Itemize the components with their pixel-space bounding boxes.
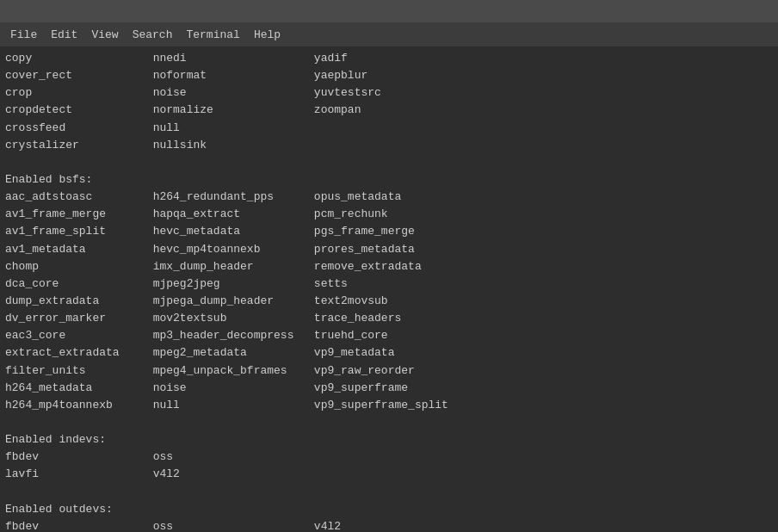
terminal-line: fbdev oss: [5, 448, 773, 466]
blank-line: [5, 154, 773, 171]
terminal-line: av1_metadata hevc_mp4toannexb prores_met…: [5, 241, 773, 258]
terminal-line: Enabled indevs:: [5, 431, 773, 448]
terminal-line: filter_units mpeg4_unpack_bframes vp9_ra…: [5, 362, 773, 380]
terminal-line: h264_mp4toannexb null vp9_superframe_spl…: [5, 397, 773, 414]
terminal-line: Enabled outdevs:: [5, 501, 773, 518]
terminal-line: chomp imx_dump_header remove_extradata: [5, 258, 773, 275]
terminal-line: crop noise yuvtestsrc: [5, 84, 773, 102]
menu-view[interactable]: View: [84, 26, 125, 44]
menu-file[interactable]: File: [3, 26, 44, 44]
terminal-line: Enabled bsfs:: [5, 171, 773, 189]
terminal-line: eac3_core mp3_header_decompress truehd_c…: [5, 327, 773, 344]
terminal-line: crossfeed null: [5, 120, 773, 137]
terminal-line: crystalizer nullsink: [5, 137, 773, 154]
menu-edit[interactable]: Edit: [44, 26, 84, 44]
terminal-line: av1_frame_split hevc_metadata pgs_frame_…: [5, 223, 773, 240]
terminal-line: fbdev oss v4l2: [5, 518, 773, 532]
blank-line: [5, 484, 773, 501]
terminal-line: h264_metadata noise vp9_superframe: [5, 380, 773, 397]
terminal-line: av1_frame_merge hapqa_extract pcm_rechun…: [5, 206, 773, 223]
terminal-line: dump_extradata mjpega_dump_header text2m…: [5, 293, 773, 310]
terminal-line: lavfi v4l2: [5, 466, 773, 483]
menu-terminal[interactable]: Terminal: [179, 26, 246, 44]
blank-line: [5, 414, 773, 431]
terminal-line: aac_adtstoasc h264_redundant_pps opus_me…: [5, 189, 773, 206]
terminal-body: copy nnedi yadifcover_rect noformat yaep…: [0, 46, 778, 532]
menu-help[interactable]: Help: [247, 26, 287, 44]
menu-bar: File Edit View Search Terminal Help: [0, 22, 778, 46]
menu-search[interactable]: Search: [126, 26, 180, 44]
title-bar: [0, 0, 778, 22]
terminal-line: dv_error_marker mov2textsub trace_header…: [5, 310, 773, 327]
terminal-line: cropdetect normalize zoompan: [5, 102, 773, 119]
terminal-line: extract_extradata mpeg2_metadata vp9_met…: [5, 344, 773, 362]
terminal-line: dca_core mjpeg2jpeg setts: [5, 275, 773, 293]
terminal-line: copy nnedi yadif: [5, 50, 773, 67]
terminal-line: cover_rect noformat yaepblur: [5, 67, 773, 84]
